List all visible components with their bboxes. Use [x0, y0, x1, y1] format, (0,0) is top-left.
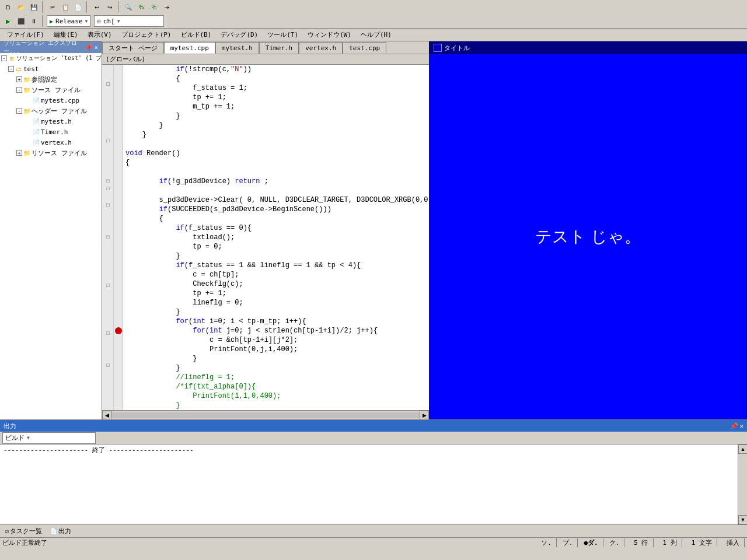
output-scrollbar[interactable]: ▲ ▼ [738, 444, 747, 524]
output-content[interactable]: ---------------------- 終了 --------------… [0, 444, 738, 524]
tab-output[interactable]: 📄 出力 [47, 526, 74, 536]
tree-item-vertex-h[interactable]: 📄 vertex.h [0, 137, 102, 148]
tree-item-mytest-h[interactable]: 📄 mytest.h [0, 116, 102, 127]
code-editor[interactable]: □ □ □ □ □ [102, 65, 429, 410]
toolbar-row-2: ▶ ⬛ ⏸ ▶ Release ▼ ⊞ ch[ ▼ [0, 14, 747, 28]
sep4 [42, 15, 44, 27]
expand-solution[interactable]: - [1, 55, 7, 61]
h-scrollbar[interactable]: ◀ ▶ [102, 410, 429, 419]
code-line-13: if(!g_pd3dDevice) return ; [125, 177, 427, 186]
solution-explorer-header: ソリューション エクスプロー... 📌 ✕ [0, 41, 102, 53]
tab-mytest-cpp[interactable]: mytest.cpp [164, 42, 215, 54]
redo-btn[interactable]: ↪ [104, 1, 116, 13]
output-scroll-track[interactable] [738, 454, 747, 515]
menu-project[interactable]: プロジェクト(P) [117, 29, 176, 41]
copy-btn[interactable]: 📋 [60, 1, 71, 13]
find-btn[interactable]: 🔍 [123, 1, 134, 13]
close-icon[interactable]: ✕ [94, 44, 98, 51]
tree-item-mytest-cpp[interactable]: 📄 mytest.cpp [0, 95, 102, 106]
g22: □ [102, 233, 114, 242]
preview-window: タイトル テスト じゃ。 [429, 41, 747, 419]
menu-window[interactable]: ウィンドウ(W) [303, 29, 356, 41]
output-close-icon[interactable]: ✕ [739, 422, 743, 430]
output-scroll-up[interactable]: ▲ [738, 444, 747, 454]
menu-build[interactable]: ビルド(B) [176, 29, 217, 41]
h3-icon: 📄 [32, 138, 41, 147]
statusbar-tab-ku[interactable]: ク. [605, 538, 625, 547]
dbg-pause-btn[interactable]: ⏸ [28, 15, 40, 27]
tab-start[interactable]: スタート ページ [102, 42, 164, 54]
project-label: test [23, 65, 39, 73]
comment-btn[interactable]: % [135, 1, 147, 13]
tab-timer-h[interactable]: Timer.h [259, 42, 299, 54]
code-line-10: void Render() [125, 149, 427, 158]
output-pin-icon[interactable]: 📌 [730, 422, 738, 430]
tab-test-cpp[interactable]: test.cpp [343, 42, 386, 54]
dbg-stop-btn[interactable]: ⬛ [15, 15, 27, 27]
scroll-left-btn[interactable]: ◀ [102, 411, 111, 420]
code-line-18: if(f_status == 0){ [125, 223, 427, 233]
status-col: 1 列 [658, 538, 682, 547]
menu-view[interactable]: 表示(V) [83, 29, 117, 41]
pin-icon[interactable]: 📌 [85, 44, 93, 51]
cpp-icon: 📄 [32, 96, 41, 105]
tree-item-headers[interactable]: - 📁 ヘッダー ファイル [0, 106, 102, 116]
statusbar-tab-da[interactable]: ●ダ. [579, 538, 603, 547]
expand-headers[interactable]: - [16, 108, 22, 114]
g30 [102, 298, 114, 306]
paste-btn[interactable]: 📄 [72, 1, 84, 13]
indent-btn[interactable]: ⇥ [161, 1, 173, 13]
menu-help[interactable]: ヘルプ(H) [356, 29, 396, 41]
g2 [102, 73, 114, 81]
output-scroll-down[interactable]: ▼ [738, 515, 747, 524]
output-dropdown[interactable]: ビルド ▼ [2, 432, 96, 444]
code-line-9 [125, 139, 427, 149]
uncomment-btn[interactable]: % [148, 1, 160, 13]
expand-test[interactable]: - [8, 66, 14, 72]
code-line-16: if(SUCCEEDED(s_pd3dDevice->BeginScene())… [125, 205, 427, 214]
configuration-dropdown[interactable]: ▶ Release ▼ [47, 15, 90, 27]
editor-inner: □ □ □ □ □ [102, 65, 429, 410]
code-line-34: //lineflg = 1; [125, 373, 427, 382]
statusbar-tab-pu[interactable]: プ. [558, 538, 578, 547]
code-content[interactable]: if(!strcmp(c,"N")) { f_status = 1; tp +=… [123, 65, 429, 410]
g10: □ [102, 137, 114, 145]
h-scroll-track[interactable] [111, 412, 420, 418]
tab-task-list[interactable]: ☑ タスク一覧 [2, 526, 45, 536]
tab-vertex-h[interactable]: vertex.h [299, 42, 343, 54]
undo-btn[interactable]: ↩ [91, 1, 103, 13]
headers-icon: 📁 [22, 106, 32, 116]
new-btn[interactable]: 🗋 [2, 1, 14, 13]
tree-item-source[interactable]: - 📁 ソース ファイル [0, 85, 102, 95]
scroll-right-btn[interactable]: ▶ [420, 411, 429, 420]
code-line-8: } [125, 130, 427, 139]
menu-debug[interactable]: デバッグ(D) [216, 29, 263, 41]
code-line-30: c = &ch[tp-1+i][j*2]; [125, 335, 427, 345]
g17 [102, 193, 114, 201]
expand-refs[interactable]: + [16, 76, 22, 82]
solution-explorer: ソリューション エクスプロー... 📌 ✕ - ⊞ ソリューション 'test'… [0, 41, 102, 419]
tree-item-resources[interactable]: + 📁 リソース ファイル [0, 148, 102, 158]
menu-tools[interactable]: ツール(T) [263, 29, 303, 41]
open-btn[interactable]: 📂 [15, 1, 27, 13]
cut-btn[interactable]: ✂ [47, 1, 58, 13]
tree-item-test[interactable]: - 🗂 test [0, 64, 102, 74]
expand-resources[interactable]: + [16, 150, 22, 156]
dbg-start-btn[interactable]: ▶ [2, 15, 14, 27]
code-line-26: lineflg = 0; [125, 298, 427, 307]
sep1 [42, 1, 44, 13]
expand-source[interactable]: - [16, 87, 22, 93]
preview-title-bar: タイトル [429, 41, 747, 54]
code-line-14 [125, 186, 427, 195]
statusbar-tab-so[interactable]: ソ. [536, 538, 557, 547]
platform-dropdown[interactable]: ⊞ ch[ ▼ [94, 15, 164, 27]
gutter: □ □ □ □ □ [102, 65, 114, 410]
tree-item-refs[interactable]: + 📁 参照設定 [0, 74, 102, 85]
configuration-label: Release [55, 18, 82, 25]
tab-mytest-h[interactable]: mytest.h [215, 42, 259, 54]
g40 [102, 378, 114, 386]
tree-item-solution[interactable]: - ⊞ ソリューション 'test' (1 プロジェ [0, 53, 102, 64]
save-btn[interactable]: 💾 [28, 1, 40, 13]
output-title: 出力 [4, 422, 16, 430]
tree-item-timer-h[interactable]: 📄 Timer.h [0, 127, 102, 137]
